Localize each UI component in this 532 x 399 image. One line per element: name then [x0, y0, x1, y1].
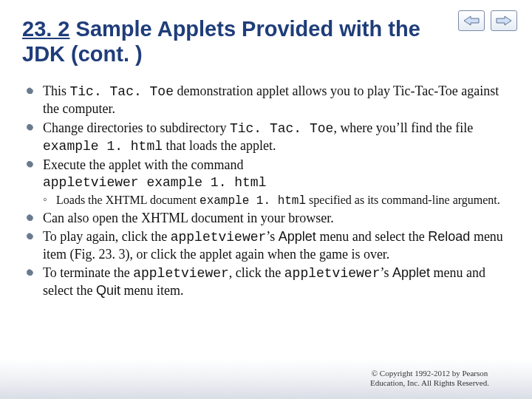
nav-forward-button[interactable]: [491, 10, 517, 31]
code-text: appletviewer: [133, 266, 229, 281]
slide: 23. 2 Sample Applets Provided with the J…: [0, 0, 532, 399]
text: , where you’ll find the file: [333, 120, 473, 135]
title-text: Sample Applets Provided with the JDK (co…: [22, 17, 420, 66]
list-item: To terminate the appletviewer, click the…: [22, 265, 511, 299]
text: menu and select the: [316, 229, 428, 244]
slide-title: 23. 2 Sample Applets Provided with the J…: [22, 16, 466, 66]
nav-back-button[interactable]: [458, 10, 485, 31]
section-number: 23. 2: [22, 17, 70, 41]
list-item: Execute the applet with the command appl…: [22, 157, 511, 209]
copyright-footer: © Copyright 1992-2012 by Pearson Educati…: [370, 369, 489, 389]
text: Change directories to subdirectory: [43, 120, 230, 135]
svg-marker-0: [464, 16, 479, 25]
list-item: Can also open the XHTML document in your…: [22, 210, 511, 227]
text: To terminate the: [43, 265, 133, 280]
code-text: example 1. html: [200, 194, 306, 208]
code-text: Tic. Tac. Toe: [230, 121, 333, 136]
nav-controls: [458, 10, 517, 31]
list-item: Change directories to subdirectory Tic. …: [22, 120, 511, 155]
ui-term: Applet: [279, 229, 316, 244]
text: Can also open the XHTML document in your…: [43, 211, 334, 225]
code-text: appletviewer: [171, 230, 267, 245]
ui-term: Reload: [428, 229, 470, 244]
bullet-list: This Tic. Tac. Toe demonstration applet …: [22, 83, 511, 299]
list-item: This Tic. Tac. Toe demonstration applet …: [22, 83, 511, 117]
list-item: To play again, click the appletviewer’s …: [22, 228, 511, 263]
text: , click the: [229, 265, 284, 280]
ui-term: Applet: [392, 265, 430, 280]
text: specified as its command-line argument.: [306, 194, 500, 206]
text: that loads the applet.: [163, 138, 276, 153]
back-arrow-icon: [463, 16, 480, 26]
code-text: example 1. html: [43, 139, 163, 154]
svg-marker-1: [497, 16, 511, 25]
sub-list-item: Loads the XHTML document example 1. html…: [43, 193, 511, 208]
text: Execute the applet with the command: [43, 157, 243, 172]
code-text: Tic. Tac. Toe: [70, 84, 174, 99]
code-text: appletviewer example 1. html: [43, 175, 266, 190]
forward-arrow-icon: [496, 16, 512, 26]
ui-term: Quit: [96, 283, 120, 298]
sub-list: Loads the XHTML document example 1. html…: [43, 193, 511, 208]
text: ’s: [380, 265, 392, 280]
text: To play again, click the: [43, 229, 171, 244]
text: ’s: [266, 229, 279, 244]
text: menu item.: [120, 283, 183, 298]
code-text: appletviewer: [284, 266, 381, 281]
text: This: [43, 83, 70, 98]
text: Loads the XHTML document: [56, 194, 200, 206]
